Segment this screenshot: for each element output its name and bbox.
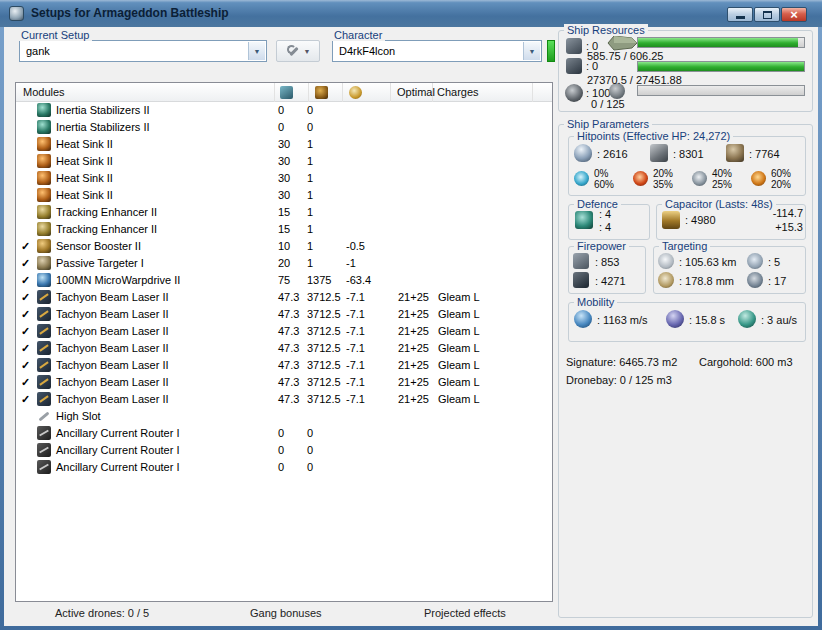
module-row[interactable]: Ancillary Current Router I00 (16, 442, 552, 459)
minimize-icon (736, 16, 745, 19)
module-name: Tachyon Beam Laser II (56, 374, 169, 391)
warp-speed-icon (738, 310, 756, 328)
module-row[interactable]: ✓Tachyon Beam Laser II47.33712.5-7.121+2… (16, 340, 552, 357)
beam-laser-icon (37, 324, 51, 338)
module-charges-value: Gleam L (438, 306, 480, 323)
module-row[interactable]: ✓Tachyon Beam Laser II47.33712.5-7.121+2… (16, 374, 552, 391)
capacitor-icon (662, 211, 680, 229)
tools-dropdown-arrow-icon: ▼ (304, 48, 311, 55)
thermal-resist-icon (633, 171, 648, 186)
dronebay-usage-value: 0 / 125 (591, 98, 625, 111)
minimize-button[interactable] (727, 7, 753, 22)
capacitor-title: Capacitor (Lasts: 48s) (662, 198, 776, 210)
module-row[interactable]: ✓100MN MicroWarpdrive II751375-63.4 (16, 272, 552, 289)
module-row[interactable]: Heat Sink II301 (16, 153, 552, 170)
module-cpu-value: 30 (278, 170, 290, 187)
module-cpu-value: 75 (278, 272, 290, 289)
character-select[interactable]: D4rkF4lcon ▼ (332, 40, 542, 62)
ship-resources-title: Ship Resources (564, 24, 648, 36)
module-row[interactable]: Inertia Stabilizers II00 (16, 119, 552, 136)
module-row[interactable]: Ancillary Current Router I00 (16, 425, 552, 442)
module-row[interactable]: ✓Tachyon Beam Laser II47.33712.5-7.121+2… (16, 306, 552, 323)
setup-dropdown-arrow-icon[interactable]: ▼ (248, 42, 265, 60)
armor-resist-value: 20% (771, 179, 791, 190)
module-row[interactable]: ✓Tachyon Beam Laser II47.33712.5-7.121+2… (16, 357, 552, 374)
beam-laser-icon (37, 375, 51, 389)
module-active-check-icon: ✓ (21, 357, 35, 374)
module-row[interactable]: ✓Tachyon Beam Laser II47.33712.5-7.121+2… (16, 289, 552, 306)
shield-resist-value: 40% (712, 168, 732, 179)
character-dropdown-arrow-icon[interactable]: ▼ (523, 42, 540, 60)
module-row[interactable]: Tracking Enhancer II151 (16, 204, 552, 221)
module-pg-value: 3712.5 (307, 306, 341, 323)
module-pg-value: 1 (307, 221, 313, 238)
column-optimal[interactable]: Optimal (397, 83, 435, 102)
module-row[interactable]: Heat Sink II301 (16, 170, 552, 187)
align-time-icon (666, 310, 684, 328)
structure-hp-value: : 7764 (749, 148, 780, 161)
module-pg-value: 3712.5 (307, 289, 341, 306)
module-name: Heat Sink II (56, 170, 113, 187)
module-row[interactable]: ✓Sensor Booster II101-0.5 (16, 238, 552, 255)
module-charges-value: Gleam L (438, 357, 480, 374)
module-name: Inertia Stabilizers II (56, 102, 150, 119)
titlebar[interactable]: Setups for Armageddon Battleship × (0, 0, 822, 27)
module-optimal-value: 21+25 (398, 323, 429, 340)
armor-resist-value: 60% (594, 179, 614, 190)
module-name: Tachyon Beam Laser II (56, 323, 169, 340)
armor-resist-value: 35% (653, 179, 673, 190)
module-pg-value: 0 (307, 119, 313, 136)
module-row[interactable]: Tracking Enhancer II151 (16, 221, 552, 238)
close-button[interactable]: × (781, 7, 807, 22)
turret-slots-icon (566, 38, 582, 54)
launcher-slots-icon (566, 58, 582, 74)
module-cap-value: -7.1 (346, 289, 365, 306)
rig-icon (37, 426, 51, 440)
capacitor-column-icon[interactable] (349, 86, 362, 99)
window-icon[interactable] (9, 6, 24, 21)
module-row[interactable]: ✓Tachyon Beam Laser II47.33712.5-7.121+2… (16, 391, 552, 408)
module-pg-value: 0 (307, 442, 313, 459)
cpu-column-icon[interactable] (280, 86, 293, 99)
setup-select[interactable]: gank ▼ (19, 40, 267, 62)
module-cpu-value: 15 (278, 204, 290, 221)
module-row[interactable]: Heat Sink II301 (16, 136, 552, 153)
shield-resist-value: 0% (594, 168, 614, 179)
max-targets-value: : 5 (768, 256, 780, 269)
module-row[interactable]: Heat Sink II301 (16, 187, 552, 204)
module-name: Passive Targeter I (56, 255, 144, 272)
maximize-button[interactable] (754, 7, 780, 22)
column-charges[interactable]: Charges (437, 83, 479, 102)
powergrid-column-icon[interactable] (315, 86, 328, 99)
module-pg-value: 3712.5 (307, 374, 341, 391)
module-pg-value: 3712.5 (307, 357, 341, 374)
scan-resolution-icon (658, 272, 674, 288)
active-drones-label[interactable]: Active drones: 0 / 5 (55, 607, 149, 619)
column-modules[interactable]: Modules (23, 83, 65, 102)
module-name: Heat Sink II (56, 153, 113, 170)
module-optimal-value: 21+25 (398, 357, 429, 374)
shield-hp-icon (574, 144, 592, 162)
dps-value: : 853 (595, 256, 619, 269)
module-cap-value: -7.1 (346, 323, 365, 340)
rig-icon (37, 443, 51, 457)
module-row[interactable]: High Slot (16, 408, 552, 425)
cargohold-value: Cargohold: 600 m3 (699, 356, 793, 369)
module-pg-value: 1 (307, 170, 313, 187)
volley-icon (573, 272, 589, 288)
module-row[interactable]: ✓Passive Targeter I201-1 (16, 255, 552, 272)
sensor-strength-value: : 17 (768, 275, 786, 288)
module-cpu-value: 30 (278, 187, 290, 204)
module-row[interactable]: ✓Tachyon Beam Laser II47.33712.5-7.121+2… (16, 323, 552, 340)
gang-bonuses-label[interactable]: Gang bonuses (250, 607, 322, 619)
resist-cells: 0%60%20%35%40%25%60%20% (573, 166, 809, 192)
module-pg-value: 0 (307, 102, 313, 119)
projected-effects-label[interactable]: Projected effects (424, 607, 506, 619)
module-charges-value: Gleam L (438, 391, 480, 408)
module-row[interactable]: Ancillary Current Router I00 (16, 459, 552, 476)
heat-sink-icon (37, 171, 51, 185)
module-cpu-value: 0 (278, 459, 284, 476)
resist-cell: 20%35% (632, 166, 691, 192)
module-row[interactable]: Inertia Stabilizers II00 (16, 102, 552, 119)
setup-tools-button[interactable]: ▼ (276, 40, 320, 62)
